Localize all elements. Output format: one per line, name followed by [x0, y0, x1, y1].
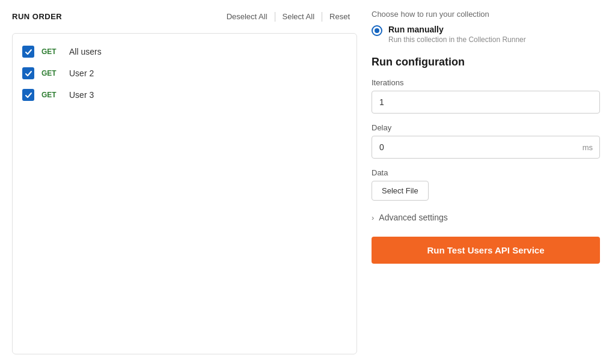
advanced-settings-label: Advanced settings — [379, 213, 447, 222]
select-file-button[interactable]: Select File — [372, 181, 429, 201]
method-badge-3: GET — [41, 91, 62, 99]
checkbox-2[interactable] — [22, 67, 34, 79]
advanced-settings[interactable]: › Advanced settings — [372, 213, 600, 222]
iterations-input[interactable] — [372, 91, 600, 114]
checkbox-1[interactable] — [22, 46, 34, 58]
delay-input[interactable] — [372, 136, 600, 159]
right-panel: Choose how to run your collection Run ma… — [372, 10, 600, 354]
radio-inner — [375, 28, 379, 33]
method-badge-2: GET — [41, 69, 62, 77]
reset-button[interactable]: Reset — [322, 10, 357, 23]
requests-box: GET All users GET User 2 — [12, 33, 357, 354]
chevron-right-icon: › — [372, 213, 374, 222]
header-row: RUN ORDER Deselect All Select All Reset — [12, 10, 357, 23]
table-row: GET All users — [22, 41, 347, 62]
delay-field: Delay ms — [372, 123, 600, 168]
delay-label: Delay — [372, 123, 600, 132]
method-badge-1: GET — [41, 47, 62, 56]
run-manually-desc: Run this collection in the Collection Ru… — [388, 35, 526, 44]
select-all-button[interactable]: Select All — [275, 10, 322, 23]
ms-label: ms — [583, 143, 593, 152]
choose-label: Choose how to run your collection — [372, 10, 600, 19]
table-row: GET User 2 — [22, 62, 347, 84]
run-order-title: RUN ORDER — [12, 12, 62, 21]
header-actions: Deselect All Select All Reset — [219, 10, 357, 23]
run-config-title: Run configuration — [372, 56, 600, 68]
run-option: Run manually Run this collection in the … — [372, 25, 600, 44]
request-name-1: All users — [69, 47, 102, 56]
table-row: GET User 3 — [22, 84, 347, 106]
iterations-field: Iterations — [372, 78, 600, 123]
iterations-label: Iterations — [372, 78, 600, 87]
deselect-all-button[interactable]: Deselect All — [219, 10, 275, 23]
request-name-2: User 2 — [69, 68, 94, 78]
run-manually-title: Run manually — [388, 25, 526, 34]
request-name-3: User 3 — [69, 90, 94, 100]
run-collection-button[interactable]: Run Test Users API Service — [372, 237, 600, 264]
run-option-text: Run manually Run this collection in the … — [388, 25, 526, 44]
delay-wrapper: ms — [372, 136, 600, 159]
checkbox-3[interactable] — [22, 89, 34, 101]
data-section: Data Select File — [372, 168, 600, 201]
left-panel: RUN ORDER Deselect All Select All Reset … — [12, 10, 357, 354]
data-label: Data — [372, 168, 600, 177]
run-manually-radio[interactable] — [372, 25, 382, 36]
